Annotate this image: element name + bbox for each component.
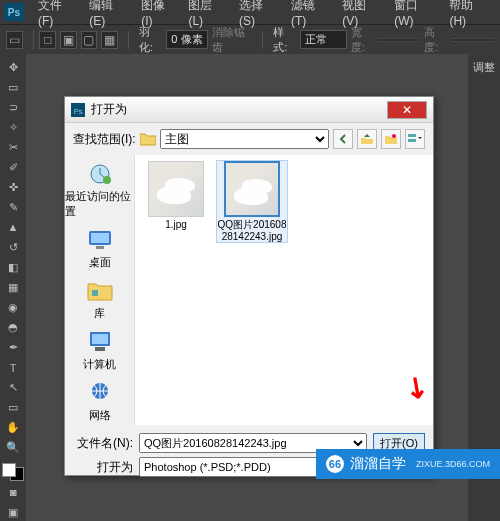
svg-text:Ps: Ps <box>74 106 83 115</box>
lasso-tool-icon[interactable]: ⊃ <box>2 98 24 116</box>
view-menu-button[interactable] <box>405 129 425 149</box>
marquee-tool-icon[interactable]: ▭ <box>2 78 24 96</box>
svg-rect-8 <box>91 233 109 243</box>
file-thumbnail <box>148 161 204 217</box>
menu-bar: Ps 文件(F) 编辑(E) 图像(I) 图层(L) 选择(S) 滤镜(T) 视… <box>0 0 500 24</box>
desktop-icon <box>86 227 114 253</box>
menu-edit[interactable]: 编辑(E) <box>83 0 135 28</box>
close-button[interactable]: ✕ <box>387 101 427 119</box>
svg-rect-9 <box>96 246 104 249</box>
selection-add-icon[interactable]: ▣ <box>60 31 77 49</box>
crop-tool-icon[interactable]: ✂ <box>2 138 24 156</box>
svg-rect-10 <box>92 290 98 296</box>
brush-tool-icon[interactable]: ✎ <box>2 198 24 216</box>
recent-icon <box>86 161 114 187</box>
place-desktop-label: 桌面 <box>89 255 111 270</box>
place-network[interactable]: 网络 <box>86 380 114 423</box>
filename-label: 文件名(N): <box>73 435 133 452</box>
place-recent-label: 最近访问的位置 <box>65 189 134 219</box>
tools-panel: ✥ ▭ ⊃ ✧ ✂ ✐ ✜ ✎ ▲ ↺ ◧ ▦ ◉ ◓ ✒ T ↖ ▭ ✋ 🔍 … <box>0 54 26 521</box>
menu-filter[interactable]: 滤镜(T) <box>285 0 336 28</box>
selection-subtract-icon[interactable]: ▢ <box>81 31 98 49</box>
place-computer[interactable]: 计算机 <box>83 329 116 372</box>
svg-rect-3 <box>408 134 416 137</box>
type-tool-icon[interactable]: T <box>2 359 24 377</box>
open-as-label: 打开为 <box>73 459 133 476</box>
svg-rect-12 <box>92 334 108 344</box>
path-tool-icon[interactable]: ↖ <box>2 379 24 397</box>
libraries-icon <box>86 278 114 304</box>
width-label: 宽度: <box>351 25 374 55</box>
eraser-tool-icon[interactable]: ◧ <box>2 258 24 276</box>
dialog-title: 打开为 <box>91 101 387 118</box>
open-as-dialog: Ps 打开为 ✕ 查找范围(I): 主图 最近访问的位置 桌面 库 <box>64 96 434 476</box>
places-bar: 最近访问的位置 桌面 库 计算机 网络 <box>65 155 135 425</box>
network-icon <box>86 380 114 406</box>
hand-tool-icon[interactable]: ✋ <box>2 419 24 437</box>
place-network-label: 网络 <box>89 408 111 423</box>
file-name: QQ图片20160828142243.jpg <box>217 219 287 242</box>
up-button[interactable] <box>357 129 377 149</box>
place-libraries[interactable]: 库 <box>86 278 114 321</box>
feather-label: 羽化: <box>139 25 162 55</box>
dialog-body: 最近访问的位置 桌面 库 计算机 网络 1.jpg <box>65 155 433 425</box>
menu-layer[interactable]: 图层(L) <box>182 0 233 28</box>
menu-image[interactable]: 图像(I) <box>135 0 182 28</box>
foreground-color[interactable] <box>2 463 16 477</box>
watermark-brand: 溜溜自学 <box>350 455 406 473</box>
place-libraries-label: 库 <box>94 306 105 321</box>
place-recent[interactable]: 最近访问的位置 <box>65 161 134 219</box>
stamp-tool-icon[interactable]: ▲ <box>2 218 24 236</box>
separator <box>262 31 263 49</box>
svg-point-6 <box>103 176 111 184</box>
file-item-selected[interactable]: QQ图片20160828142243.jpg <box>217 161 287 242</box>
eyedropper-tool-icon[interactable]: ✐ <box>2 158 24 176</box>
quickmask-icon[interactable]: ◙ <box>2 483 24 501</box>
svg-point-2 <box>392 134 396 138</box>
height-input <box>451 38 494 42</box>
feather-input[interactable]: 0 像素 <box>166 30 209 49</box>
pen-tool-icon[interactable]: ✒ <box>2 339 24 357</box>
wand-tool-icon[interactable]: ✧ <box>2 118 24 136</box>
adjustments-tab[interactable]: 调整 <box>468 60 500 75</box>
screenmode-icon[interactable]: ▣ <box>2 503 24 521</box>
shape-tool-icon[interactable]: ▭ <box>2 399 24 417</box>
menu-file[interactable]: 文件(F) <box>32 0 83 28</box>
file-thumbnail <box>224 161 280 217</box>
dodge-tool-icon[interactable]: ◓ <box>2 319 24 337</box>
antialias-label: 消除锯齿 <box>212 25 252 55</box>
look-in-select[interactable]: 主图 <box>160 129 329 149</box>
menu-help[interactable]: 帮助(H) <box>443 0 496 28</box>
selection-intersect-icon[interactable]: ▦ <box>101 31 118 49</box>
style-label: 样式: <box>273 25 296 55</box>
file-item[interactable]: 1.jpg <box>141 161 211 231</box>
move-tool-icon[interactable]: ✥ <box>2 58 24 76</box>
back-button[interactable] <box>333 129 353 149</box>
zoom-tool-icon[interactable]: 🔍 <box>2 439 24 457</box>
svg-rect-13 <box>95 347 105 351</box>
color-swatches[interactable] <box>2 463 24 481</box>
width-input <box>378 38 421 42</box>
healing-tool-icon[interactable]: ✜ <box>2 178 24 196</box>
new-folder-button[interactable] <box>381 129 401 149</box>
blur-tool-icon[interactable]: ◉ <box>2 299 24 317</box>
gradient-tool-icon[interactable]: ▦ <box>2 279 24 297</box>
style-select[interactable]: 正常 <box>300 30 346 49</box>
history-brush-tool-icon[interactable]: ↺ <box>2 238 24 256</box>
watermark: 66 溜溜自学 ZIXUE.3D66.COM <box>316 449 500 479</box>
file-list[interactable]: 1.jpg QQ图片20160828142243.jpg <box>135 155 433 425</box>
file-name: 1.jpg <box>165 219 187 231</box>
separator <box>128 31 129 49</box>
menu-window[interactable]: 窗口(W) <box>388 0 443 28</box>
menu-view[interactable]: 视图(V) <box>336 0 388 28</box>
place-computer-label: 计算机 <box>83 357 116 372</box>
height-label: 高度: <box>424 25 447 55</box>
menu-select[interactable]: 选择(S) <box>233 0 285 28</box>
marquee-tool-preset-icon[interactable]: ▭ <box>6 31 23 49</box>
watermark-logo-icon: 66 <box>326 455 344 473</box>
selection-new-icon[interactable]: □ <box>39 31 56 49</box>
separator <box>33 31 34 49</box>
look-in-label: 查找范围(I): <box>73 131 136 148</box>
place-desktop[interactable]: 桌面 <box>86 227 114 270</box>
dialog-titlebar[interactable]: Ps 打开为 ✕ <box>65 97 433 123</box>
